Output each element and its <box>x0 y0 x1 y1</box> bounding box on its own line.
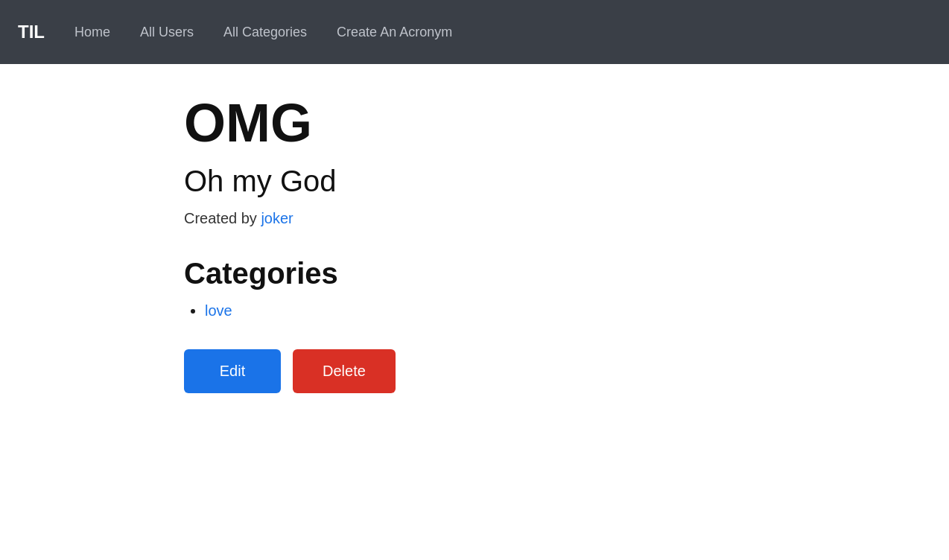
edit-button[interactable]: Edit <box>184 349 281 393</box>
list-item: love <box>205 302 949 319</box>
nav-link-create-acronym[interactable]: Create An Acronym <box>337 25 452 39</box>
nav-item-all-users: All Users <box>140 25 194 40</box>
nav-link-all-categories[interactable]: All Categories <box>223 25 307 39</box>
acronym-expansion: Oh my God <box>184 165 949 198</box>
nav-item-create-acronym: Create An Acronym <box>337 25 452 40</box>
category-link-love[interactable]: love <box>205 302 232 319</box>
categories-list: love <box>184 302 949 319</box>
nav-link-home[interactable]: Home <box>74 25 110 39</box>
acronym-title: OMG <box>184 94 949 153</box>
action-buttons: Edit Delete <box>184 349 949 393</box>
nav-link-all-users[interactable]: All Users <box>140 25 194 39</box>
navbar: TIL Home All Users All Categories Create… <box>0 0 949 64</box>
categories-heading: Categories <box>184 257 949 290</box>
nav-brand[interactable]: TIL <box>18 22 45 42</box>
author-link[interactable]: joker <box>261 210 293 226</box>
nav-item-home: Home <box>74 25 110 40</box>
created-by-prefix: Created by <box>184 210 261 226</box>
nav-item-all-categories: All Categories <box>223 25 307 40</box>
delete-button[interactable]: Delete <box>293 349 396 393</box>
created-by: Created by joker <box>184 210 949 227</box>
nav-links: Home All Users All Categories Create An … <box>74 25 452 40</box>
main-content: OMG Oh my God Created by joker Categorie… <box>0 64 949 423</box>
